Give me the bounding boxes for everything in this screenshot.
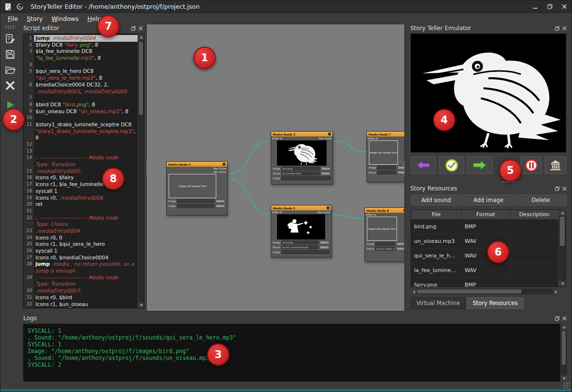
node-settings-icon[interactable]: [328, 133, 331, 136]
media-node-header[interactable]: Media Node 7: [367, 132, 405, 136]
scroll-down-arrow[interactable]: [559, 281, 566, 287]
new-script-button[interactable]: [1, 32, 19, 46]
scroll-thumb[interactable]: [560, 217, 565, 246]
table-row[interactable]: fairy.pngBMP: [411, 278, 566, 287]
float-icon[interactable]: [131, 26, 136, 31]
close-icon[interactable]: [562, 187, 567, 191]
output-port[interactable]: Pan Out: [319, 137, 331, 140]
close-icon[interactable]: [562, 26, 567, 31]
title-bar[interactable]: StoryTeller Editor - /home/anthony/ostpr…: [0, 0, 572, 13]
validate-button[interactable]: [439, 156, 464, 174]
node-field-value[interactable]: [375, 242, 395, 246]
node-field-value[interactable]: la_fee_luminelle.mp3: [281, 245, 318, 249]
close-icon[interactable]: [139, 26, 143, 31]
next-button[interactable]: [467, 156, 492, 174]
table-row[interactable]: bird.pngBMP: [411, 220, 566, 234]
node-select-button[interactable]: Select: [396, 247, 405, 251]
resize-grip[interactable]: [563, 382, 570, 388]
output-port[interactable]: Pan Out: [213, 167, 226, 170]
media-node[interactable]: Media Node 7Pan InImage will appear here…: [366, 131, 405, 182]
media-node-header[interactable]: Media Node 8: [365, 208, 405, 213]
toolbar-handle[interactable]: [5, 25, 16, 29]
logs-output[interactable]: SYSCALL: 1, Sound: "/home/anthony/ostpro…: [23, 324, 567, 382]
script-editor[interactable]: 1jump .mediaEntry00042$fairy DC8 "fairy.…: [23, 34, 144, 308]
float-icon[interactable]: [555, 187, 559, 191]
table-hscrollbar[interactable]: [411, 288, 559, 294]
media-node[interactable]: Media Node 8Pan InImage will appear here…: [364, 207, 405, 262]
add-sound-button[interactable]: Add sound: [411, 195, 462, 205]
node-select-button[interactable]: Select: [215, 204, 225, 208]
node-select-button[interactable]: Select: [319, 245, 329, 249]
column-header-format[interactable]: Format: [462, 210, 510, 220]
splitter-left[interactable]: [146, 161, 148, 175]
save-button[interactable]: [1, 47, 19, 62]
media-node[interactable]: Media Node 3Pan InPan OutImagebird.pngSe…: [271, 131, 333, 185]
table-scrollbar[interactable]: [558, 210, 566, 287]
media-node-header[interactable]: Media Node 3: [271, 132, 332, 136]
input-port[interactable]: Pan In: [366, 213, 376, 216]
restore-button[interactable]: [542, 1, 557, 13]
add-image-button[interactable]: Add image: [463, 195, 514, 205]
node-select-button[interactable]: Select: [321, 167, 331, 170]
table-row[interactable]: la_fee_lumine…WAV: [411, 263, 566, 278]
scroll-up-arrow[interactable]: [559, 210, 566, 216]
column-header-description[interactable]: Description: [510, 210, 559, 220]
scroll-thumb[interactable]: [139, 42, 143, 115]
node-field-value[interactable]: story1_drako_luminelle_sceptre.mp3: [375, 247, 395, 251]
scroll-down-arrow[interactable]: [138, 302, 144, 308]
node-settings-icon[interactable]: [327, 206, 329, 209]
node-select-button[interactable]: Select: [396, 242, 405, 246]
input-port[interactable]: Pan In: [368, 137, 378, 140]
media-node-header[interactable]: Media Node 5: [271, 205, 331, 210]
node-field-value[interactable]: [377, 166, 396, 170]
output-port[interactable]: Pan Out: [213, 170, 226, 173]
script-scrollbar[interactable]: [138, 34, 144, 308]
logs-scrollbar[interactable]: [560, 324, 567, 381]
menu-windows[interactable]: Windows: [47, 14, 83, 24]
back-button[interactable]: [411, 156, 436, 174]
media-node-header[interactable]: Media Node 4: [167, 162, 227, 167]
open-button[interactable]: [1, 63, 19, 77]
scroll-thumb[interactable]: [562, 331, 566, 365]
scroll-thumb[interactable]: [417, 290, 521, 293]
node-select-button[interactable]: Select: [319, 240, 329, 244]
input-port[interactable]: Pan In: [272, 137, 282, 140]
column-header-file[interactable]: File: [411, 210, 462, 220]
pause-button[interactable]: [520, 156, 542, 174]
tab-virtual-machine[interactable]: Virtual Machine: [411, 297, 466, 309]
scroll-right-arrow[interactable]: [553, 289, 559, 295]
node-field-value[interactable]: [177, 204, 214, 208]
tab-story-resources[interactable]: Story Resources: [467, 297, 523, 309]
output-port[interactable]: Pan Out: [317, 211, 330, 214]
node-select-button[interactable]: Select: [215, 199, 225, 203]
close-button[interactable]: [557, 1, 572, 13]
node-field-value[interactable]: [281, 176, 331, 180]
node-select-button[interactable]: Select: [321, 171, 331, 175]
scroll-up-arrow[interactable]: [561, 324, 567, 330]
home-button[interactable]: [545, 156, 566, 174]
delete-button[interactable]: Delete: [515, 195, 566, 205]
node-field-value[interactable]: [177, 199, 214, 203]
node-field-value[interactable]: bird.png: [281, 167, 320, 170]
menu-file[interactable]: File: [3, 14, 22, 24]
scroll-up-arrow[interactable]: [138, 34, 144, 40]
input-port[interactable]: Pan In: [272, 211, 282, 214]
float-icon[interactable]: [555, 26, 559, 31]
minimize-button[interactable]: [528, 1, 542, 13]
menu-story[interactable]: Story: [22, 14, 47, 24]
node-field-value[interactable]: fairy.png: [281, 240, 318, 244]
close-icon[interactable]: [562, 316, 567, 321]
scroll-down-arrow[interactable]: [561, 375, 567, 381]
node-settings-icon[interactable]: [404, 133, 405, 136]
node-canvas[interactable]: Media Node 4Pan OutPan OutImage will app…: [146, 24, 405, 311]
node-field-value[interactable]: [377, 170, 396, 174]
media-node[interactable]: Media Node 4Pan OutPan OutImage will app…: [166, 161, 227, 216]
node-field-value[interactable]: [281, 250, 329, 254]
media-node[interactable]: Media Node 5Pan InPan OutImagefairy.pngS…: [271, 205, 331, 257]
splitter-right[interactable]: [403, 161, 405, 175]
float-icon[interactable]: [555, 316, 559, 321]
scroll-left-arrow[interactable]: [411, 289, 416, 295]
node-settings-icon[interactable]: [223, 163, 225, 166]
node-field-value[interactable]: un_oiseau.mp3: [281, 171, 320, 175]
close-project-button[interactable]: [1, 78, 19, 93]
